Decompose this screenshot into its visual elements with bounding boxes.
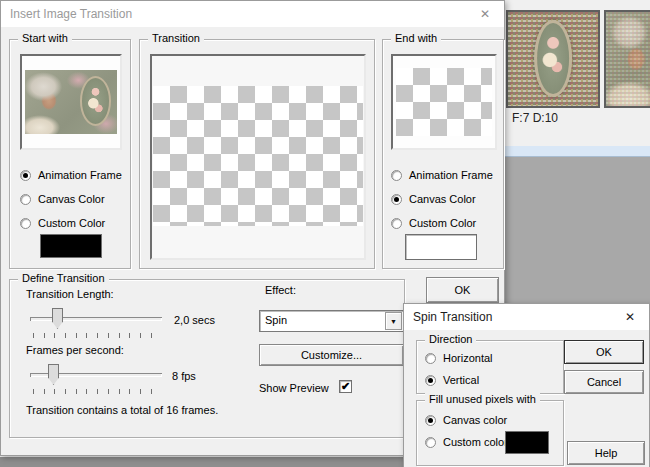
spin-ok-button[interactable]: OK: [564, 340, 644, 364]
spin-help-button[interactable]: Help: [567, 441, 645, 465]
effect-dropdown[interactable]: Spin ▼: [259, 310, 404, 332]
transparency-checkerboard: [153, 86, 363, 226]
start-frame-image: [25, 70, 117, 134]
dialog-titlebar[interactable]: Spin Transition ✕: [404, 304, 649, 330]
effect-label: Effect:: [265, 284, 296, 296]
screen: F:7 D:10 Insert Image Transition ✕ Start…: [0, 0, 650, 467]
customize-button[interactable]: Customize...: [259, 344, 404, 366]
rose-medallion-image: [534, 20, 572, 97]
radio-custom-color[interactable]: Custom color: [425, 435, 508, 449]
effect-selected-value: Spin: [265, 314, 287, 326]
end-preview-panel: [391, 54, 497, 150]
spin-transition-dialog: Spin Transition ✕ Direction Horizontal V…: [403, 303, 650, 467]
chevron-down-icon[interactable]: ▼: [385, 312, 402, 330]
radio-label: Canvas color: [443, 414, 507, 426]
slider-thumb[interactable]: [52, 308, 63, 329]
transition-length-label: Transition Length:: [26, 288, 114, 300]
check-icon: ✔: [340, 381, 351, 392]
customize-button-label: Customize...: [301, 349, 362, 361]
close-icon[interactable]: ✕: [621, 309, 639, 326]
transition-length-slider[interactable]: [30, 308, 162, 342]
end-custom-color-swatch[interactable]: [405, 234, 477, 260]
ok-button-label: OK: [455, 284, 471, 296]
animation-frame-thumbnail-next[interactable]: [604, 10, 650, 108]
define-transition-label: Define Transition: [18, 272, 109, 284]
fps-label: Frames per second:: [26, 344, 124, 356]
start-with-group: Start with Animation Frame Canvas Color …: [9, 39, 131, 269]
radio-start-custom-color[interactable]: Custom Color: [20, 216, 105, 230]
fill-unused-pixels-label: Fill unused pixels with: [425, 393, 540, 405]
fill-unused-pixels-group: Fill unused pixels with Canvas color Cus…: [416, 400, 564, 466]
radio-icon: [20, 218, 31, 229]
dither-overlay: [606, 12, 650, 106]
radio-start-canvas-color[interactable]: Canvas Color: [20, 192, 105, 206]
show-preview-checkbox[interactable]: ✔: [339, 380, 352, 393]
radio-icon: [425, 415, 436, 426]
radio-icon: [391, 170, 402, 181]
spin-cancel-label: Cancel: [587, 376, 621, 388]
radio-icon: [391, 194, 402, 205]
frame-caption: F:7 D:10: [512, 111, 558, 125]
radio-label: Canvas Color: [409, 193, 476, 205]
radio-icon: [425, 353, 436, 364]
radio-icon: [425, 375, 436, 386]
slider-track[interactable]: [30, 317, 162, 321]
radio-label: Custom color: [443, 436, 508, 448]
transition-preview-panel: [150, 54, 366, 260]
transition-group: Transition: [139, 39, 375, 269]
transparency-checkerboard: [396, 68, 492, 136]
transition-label: Transition: [148, 32, 204, 44]
fps-value: 8 fps: [172, 370, 196, 382]
slider-ticks: [33, 333, 160, 338]
direction-label: Direction: [425, 333, 476, 345]
dialog-title: Spin Transition: [413, 310, 492, 324]
animation-frame-thumbnail-7[interactable]: [506, 10, 600, 108]
spin-help-label: Help: [595, 447, 618, 459]
spin-cancel-button[interactable]: Cancel: [564, 370, 644, 394]
start-preview-panel: [20, 54, 122, 150]
radio-icon: [20, 194, 31, 205]
radio-label: Vertical: [443, 374, 479, 386]
radio-icon: [391, 218, 402, 229]
slider-ticks: [33, 389, 160, 394]
radio-vertical[interactable]: Vertical: [425, 373, 479, 387]
radio-icon: [20, 170, 31, 181]
radio-end-canvas-color[interactable]: Canvas Color: [391, 192, 476, 206]
close-icon[interactable]: ✕: [476, 6, 494, 23]
ok-button[interactable]: OK: [426, 277, 499, 303]
slider-thumb[interactable]: [48, 364, 59, 385]
start-with-label: Start with: [18, 32, 72, 44]
fill-custom-color-swatch[interactable]: [505, 431, 549, 454]
rose-medallion-image: [80, 76, 111, 126]
dialog-title: Insert Image Transition: [10, 7, 132, 21]
radio-canvas-color[interactable]: Canvas color: [425, 413, 507, 427]
radio-end-animation-frame[interactable]: Animation Frame: [391, 168, 493, 182]
radio-label: Animation Frame: [38, 169, 122, 181]
radio-label: Canvas Color: [38, 193, 105, 205]
radio-label: Custom Color: [409, 217, 476, 229]
end-with-group: End with Animation Frame Canvas Color Cu…: [382, 39, 504, 269]
dialog-titlebar[interactable]: Insert Image Transition ✕: [1, 1, 504, 27]
spin-ok-label: OK: [596, 346, 612, 358]
start-custom-color-swatch[interactable]: [40, 234, 102, 258]
direction-group: Direction Horizontal Vertical: [416, 340, 564, 394]
show-preview-label: Show Preview: [259, 382, 329, 394]
radio-label: Custom Color: [38, 217, 105, 229]
radio-start-animation-frame[interactable]: Animation Frame: [20, 168, 122, 182]
radio-horizontal[interactable]: Horizontal: [425, 351, 493, 365]
transition-length-value: 2,0 secs: [174, 314, 215, 326]
radio-label: Horizontal: [443, 352, 493, 364]
radio-label: Animation Frame: [409, 169, 493, 181]
window-edge-strip: [503, 146, 650, 157]
radio-icon: [425, 437, 436, 448]
fps-slider[interactable]: [30, 364, 162, 398]
total-frames-text: Transition contains a total of 16 frames…: [26, 404, 218, 416]
end-with-label: End with: [391, 32, 441, 44]
radio-end-custom-color[interactable]: Custom Color: [391, 216, 476, 230]
